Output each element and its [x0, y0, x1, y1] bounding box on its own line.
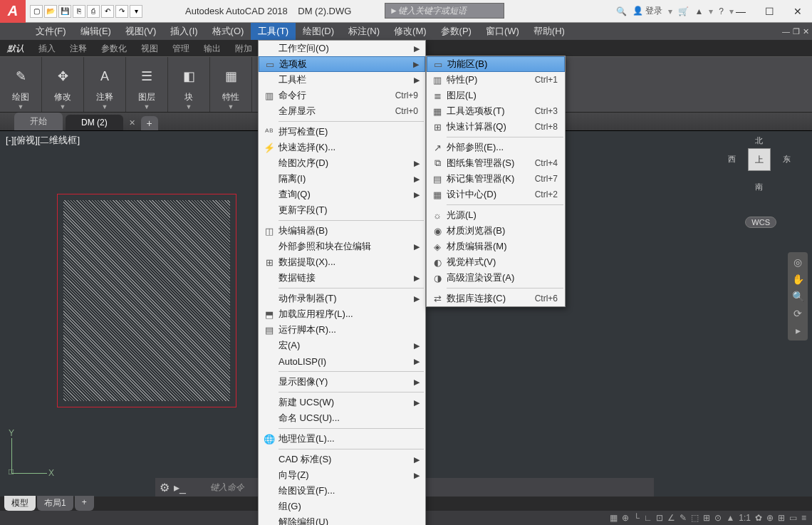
menu-item[interactable]: 命名 UCS(U)... — [259, 410, 425, 426]
status-item-9[interactable]: ⊙ — [714, 513, 722, 523]
ribbon-tab-3[interactable]: 参数化 — [94, 40, 134, 56]
ribbon-tab-2[interactable]: 注释 — [63, 40, 94, 56]
menu-item[interactable]: ▭选项板▶ — [259, 56, 425, 72]
wcs-badge[interactable]: WCS — [745, 217, 776, 228]
menu-item[interactable]: 新建 UCS(W)▶ — [259, 395, 425, 410]
status-item-10[interactable]: ▲ — [726, 513, 734, 523]
ribbon-tab-0[interactable]: 默认 — [0, 40, 31, 56]
menu-item[interactable]: ◈材质编辑器(M) — [427, 239, 565, 254]
menu-item[interactable]: 绘图次序(D)▶ — [259, 155, 425, 171]
status-item-0[interactable]: ▦ — [610, 513, 618, 523]
layout-tab-1[interactable]: 布局1 — [37, 496, 73, 511]
ribbon-tab-7[interactable]: 附加 — [228, 40, 259, 56]
ribbon-panel-注释[interactable]: A注释▼ — [84, 57, 126, 112]
ribbon-panel-修改[interactable]: ✥修改▼ — [42, 57, 84, 112]
menu-item[interactable]: ▥命令行Ctrl+9 — [259, 88, 425, 103]
menu-item[interactable]: ⊞快速计算器(Q)Ctrl+8 — [427, 119, 565, 135]
menu-2[interactable]: 视图(V) — [118, 23, 163, 40]
ribbon-panel-特性[interactable]: ▦特性▼ — [210, 57, 252, 112]
menu-item[interactable]: 解除编组(U) — [259, 514, 425, 525]
menu-item[interactable]: ≣图层(L) — [427, 88, 565, 103]
menu-3[interactable]: 插入(I) — [163, 23, 204, 40]
viewcube[interactable]: 上 北 南 东 西 — [738, 138, 781, 181]
ribbon-tab-1[interactable]: 插入 — [31, 40, 63, 56]
ribbon-tab-4[interactable]: 视图 — [134, 40, 165, 56]
ucs-icon[interactable]: Y X □ — [11, 431, 54, 474]
ribbon-panel-块[interactable]: ◧块▼ — [168, 57, 210, 112]
close-button[interactable]: ✕ — [784, 1, 812, 21]
menu-item[interactable]: 全屏显示Ctrl+0 — [259, 103, 425, 119]
nav-zoom-icon[interactable]: 🔍 — [792, 291, 804, 302]
status-item-12[interactable]: ✿ — [755, 513, 762, 523]
doc-tab-start[interactable]: 开始 — [14, 113, 63, 130]
maximize-button[interactable]: ☐ — [755, 1, 784, 21]
nav-showmotion-icon[interactable]: ▸ — [796, 325, 801, 336]
qat-undo-icon[interactable]: ↶ — [101, 5, 114, 18]
menu-item[interactable]: ◫块编辑器(B) — [259, 223, 425, 239]
menu-item[interactable]: 向导(Z)▶ — [259, 467, 425, 483]
menu-4[interactable]: 格式(O) — [205, 23, 251, 40]
layout-tab-model[interactable]: 模型 — [4, 496, 36, 511]
menu-item[interactable]: ▥特性(P)Ctrl+1 — [427, 72, 565, 88]
status-item-11[interactable]: 1:1 — [739, 513, 751, 523]
status-item-14[interactable]: ⊞ — [778, 513, 785, 523]
app-icon[interactable]: ▲ — [694, 6, 703, 16]
status-item-15[interactable]: ▭ — [789, 513, 797, 523]
menu-9[interactable]: 参数(P) — [434, 23, 479, 40]
viewcube-top[interactable]: 上 — [748, 148, 771, 171]
app-logo[interactable]: A — [0, 0, 26, 23]
menu-item[interactable]: ↗外部参照(E)... — [427, 140, 565, 155]
menu-item[interactable]: CAD 标准(S)▶ — [259, 452, 425, 467]
menu-item[interactable]: ⊞数据提取(X)... — [259, 254, 425, 270]
menu-item[interactable]: ▤运行脚本(R)... — [259, 322, 425, 338]
menu-7[interactable]: 标注(N) — [341, 23, 387, 40]
menu-item[interactable]: ⬒加载应用程序(L)... — [259, 306, 425, 322]
status-item-13[interactable]: ⊕ — [766, 513, 774, 523]
exchange-icon[interactable]: 🛒 — [678, 6, 689, 16]
help-icon[interactable]: ? — [719, 6, 724, 16]
menu-item[interactable]: 数据链接▶ — [259, 270, 425, 286]
menu-item[interactable]: ⧉图纸集管理器(S)Ctrl+4 — [427, 155, 565, 171]
status-item-2[interactable]: └ — [633, 513, 640, 523]
doc-tab-current[interactable]: DM (2) — [66, 115, 123, 130]
qat-plot-icon[interactable]: ⎙ — [87, 5, 100, 18]
qat-save-icon[interactable]: 💾 — [58, 5, 71, 18]
qat-new-icon[interactable]: ▢ — [30, 5, 43, 18]
menu-item[interactable]: 🌐地理位置(L)... — [259, 431, 425, 447]
menu-item[interactable]: 查询(Q)▶ — [259, 187, 425, 202]
menu-item[interactable]: 更新字段(T) — [259, 202, 425, 218]
layout-tab-add[interactable]: + — [75, 496, 94, 511]
signin-button[interactable]: 👤 登录 — [633, 5, 662, 17]
status-item-16[interactable]: ≡ — [801, 513, 806, 523]
menu-8[interactable]: 修改(M) — [387, 23, 434, 40]
menu-5[interactable]: 工具(T) — [251, 23, 296, 40]
status-item-7[interactable]: ⬚ — [691, 513, 699, 523]
menu-item[interactable]: ▭功能区(B) — [427, 56, 565, 72]
menu-item[interactable]: ⇄数据库连接(C)Ctrl+6 — [427, 291, 565, 306]
nav-wheel-icon[interactable]: ◎ — [793, 256, 802, 268]
minimize-button[interactable]: — — [727, 1, 755, 21]
menu-item[interactable]: 绘图设置(F)... — [259, 483, 425, 499]
menu-6[interactable]: 绘图(D) — [296, 23, 341, 40]
menu-item[interactable]: ▦工具选项板(T)Ctrl+3 — [427, 103, 565, 119]
menu-item[interactable]: ▤标记集管理器(K)Ctrl+7 — [427, 171, 565, 187]
qat-saveas-icon[interactable]: ⎘ — [73, 5, 85, 18]
qat-open-icon[interactable]: 📂 — [44, 5, 57, 18]
menu-item[interactable]: ◑高级渲染设置(A) — [427, 270, 565, 286]
menu-item[interactable]: 宏(A)▶ — [259, 338, 425, 353]
status-item-5[interactable]: ∠ — [667, 513, 675, 523]
menu-10[interactable]: 窗口(W) — [479, 23, 526, 40]
menu-item[interactable]: 工具栏▶ — [259, 72, 425, 88]
menu-11[interactable]: 帮助(H) — [526, 23, 572, 40]
qat-redo-icon[interactable]: ↷ — [115, 5, 128, 18]
menu-item[interactable]: ⚡快速选择(K)... — [259, 140, 425, 155]
nav-orbit-icon[interactable]: ⟳ — [793, 308, 802, 319]
ribbon-panel-图层[interactable]: ☰图层▼ — [126, 57, 168, 112]
status-item-4[interactable]: ⊡ — [656, 513, 663, 523]
menu-item[interactable]: AutoLISP(I)▶ — [259, 353, 425, 369]
status-item-6[interactable]: ✎ — [680, 513, 687, 523]
doc-tab-add[interactable]: + — [141, 116, 158, 130]
menu-1[interactable]: 编辑(E) — [73, 23, 118, 40]
ribbon-tab-5[interactable]: 管理 — [165, 40, 197, 56]
menu-item[interactable]: 外部参照和块在位编辑▶ — [259, 239, 425, 254]
